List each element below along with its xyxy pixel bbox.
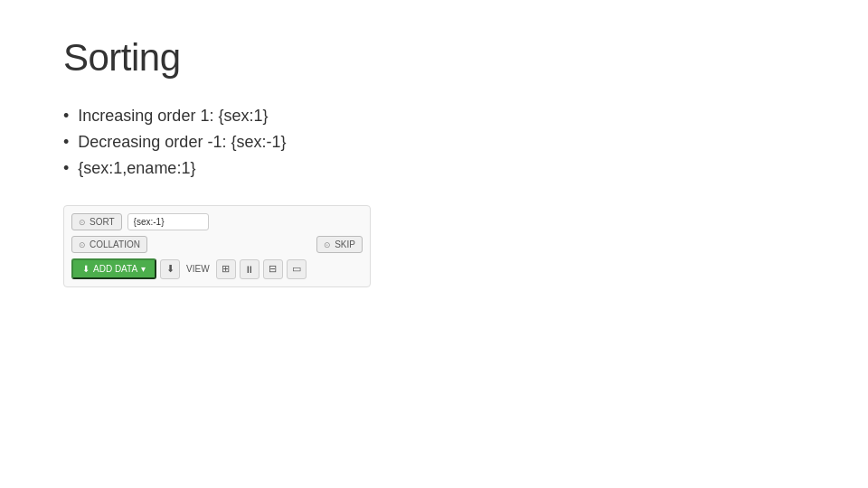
- skip-label: SKIP: [335, 239, 355, 249]
- grid-icon: ⊞: [222, 263, 230, 275]
- table-icon: ⊟: [269, 263, 277, 275]
- toolbar-row: ⬇ ADD DATA ▾ ⬇ VIEW ⊞ ⏸ ⊟ ▭: [71, 258, 363, 279]
- add-data-label: ADD DATA: [93, 264, 137, 274]
- sort-row: ⊙ SORT: [71, 213, 363, 230]
- extra-view-button[interactable]: ▭: [287, 259, 307, 279]
- columns-icon: ⏸: [244, 264, 254, 275]
- page-container: Sorting Increasing order 1: {sex:1} Decr…: [0, 0, 868, 324]
- download-button[interactable]: ⬇: [160, 259, 180, 279]
- page-title: Sorting: [63, 36, 805, 80]
- bullet-text-3: {sex:1,ename:1}: [78, 159, 195, 178]
- sort-icon: ⊙: [79, 218, 86, 227]
- sort-input[interactable]: [127, 213, 209, 230]
- sort-label: SORT: [90, 217, 115, 227]
- ui-mockup: ⊙ SORT ⊙ COLLATION ⊙ SKIP ⬇ ADD DATA ▾: [63, 205, 371, 287]
- collation-row: ⊙ COLLATION ⊙ SKIP: [71, 236, 363, 253]
- list-item: Increasing order 1: {sex:1}: [63, 107, 805, 126]
- add-data-icon: ⬇: [82, 264, 90, 274]
- column-view-button[interactable]: ⏸: [240, 259, 259, 279]
- bullet-list: Increasing order 1: {sex:1} Decreasing o…: [63, 107, 805, 178]
- sort-button[interactable]: ⊙ SORT: [71, 213, 122, 230]
- collation-icon: ⊙: [79, 240, 86, 249]
- collation-label: COLLATION: [90, 239, 140, 249]
- bullet-text-2: Decreasing order -1: {sex:-1}: [78, 133, 286, 152]
- dropdown-arrow-icon: ▾: [141, 264, 146, 274]
- bullet-text-1: Increasing order 1: {sex:1}: [78, 107, 268, 126]
- add-data-button[interactable]: ⬇ ADD DATA ▾: [71, 258, 156, 279]
- skip-button[interactable]: ⊙ SKIP: [316, 236, 363, 253]
- collation-button[interactable]: ⊙ COLLATION: [71, 236, 147, 253]
- grid-view-button[interactable]: ⊞: [216, 259, 236, 279]
- table-view-button[interactable]: ⊟: [263, 259, 283, 279]
- extra-icon: ▭: [292, 263, 301, 275]
- list-item: Decreasing order -1: {sex:-1}: [63, 133, 805, 152]
- list-item: {sex:1,ename:1}: [63, 159, 805, 178]
- view-label: VIEW: [186, 264, 210, 274]
- download-icon: ⬇: [166, 263, 175, 275]
- skip-icon: ⊙: [324, 240, 331, 249]
